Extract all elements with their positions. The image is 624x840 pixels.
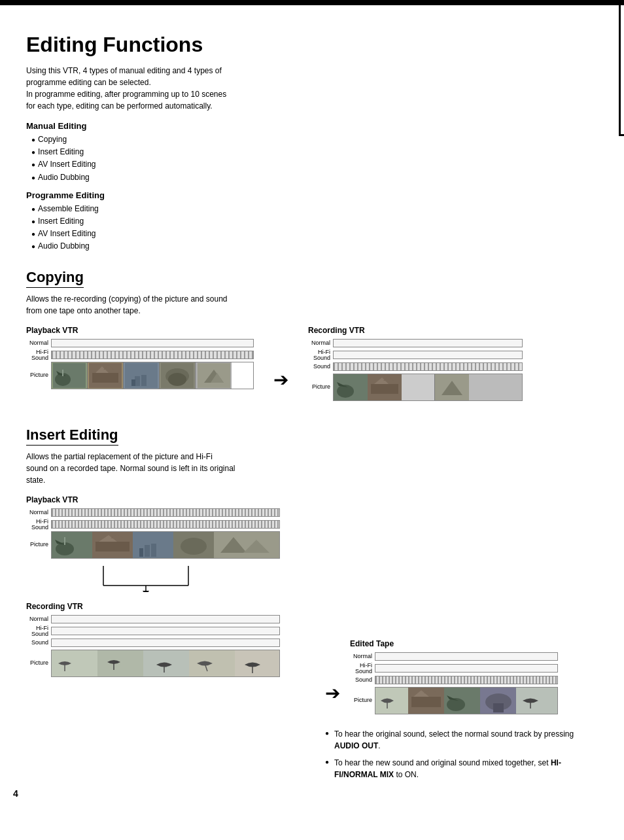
track-row-sound: Sound [26, 637, 299, 649]
track-row-normal: Normal [26, 614, 299, 625]
list-item: Insert Editing [31, 215, 598, 228]
playback-vtr-insert-label: Playback VTR [26, 495, 299, 504]
edited-tape: Edited Tape Normal Hi-FiSound [350, 639, 558, 715]
note-2: To hear the new sound and original sound… [325, 757, 598, 780]
track-bar [333, 351, 523, 359]
list-item: Insert Editing [31, 146, 598, 158]
track-label: Picture [26, 660, 51, 667]
track-label: Sound [350, 677, 375, 684]
list-item: Assemble Editing [31, 203, 598, 215]
track-label: Sound [26, 640, 51, 646]
pic-cell [408, 688, 444, 714]
picture-track [333, 374, 523, 401]
track-label: Picture [350, 697, 375, 704]
edited-tape-label: Edited Tape [350, 639, 558, 648]
track-label: Picture [308, 384, 333, 391]
track-container: Normal Hi-FiSound Sound [350, 651, 558, 715]
insert-left-col: Playback VTR Normal Hi-FiSound Picture [26, 495, 299, 678]
pic-svg [435, 374, 469, 400]
main-title: Editing Functions [26, 33, 598, 57]
programme-editing-section: Programme Editing Assemble Editing Inser… [26, 190, 598, 253]
playback-vtr-insert: Playback VTR Normal Hi-FiSound Picture [26, 495, 299, 559]
pic-cell [97, 650, 143, 676]
track-label: Normal [26, 616, 51, 623]
track-container: Normal Hi-FiSound Sound Picture [308, 338, 523, 402]
track-row-normal: Normal [350, 651, 558, 663]
insert-editing-title: Insert Editing [26, 427, 118, 446]
recording-vtr-insert: Recording VTR Normal Hi-FiSound Sound [26, 602, 299, 678]
track-label: Picture [26, 372, 51, 379]
pic-svg [480, 688, 516, 714]
pic-svg [334, 374, 368, 400]
track-row-picture: Picture [26, 531, 299, 559]
sound-track [333, 362, 523, 371]
svg-rect-70 [493, 703, 504, 712]
picture-track [51, 362, 254, 389]
pic-cell [189, 650, 235, 676]
track-label: Hi-FiSound [308, 349, 333, 361]
svg-rect-9 [135, 376, 140, 386]
pic-cell [334, 374, 368, 400]
track-bar [51, 508, 280, 517]
pic-cell [52, 362, 88, 389]
note-1: To hear the original sound, select the n… [325, 728, 598, 752]
track-container: Normal Hi-FiSound Picture [26, 338, 254, 390]
pic-svg [53, 363, 86, 388]
track-row-hifi: Hi-FiSound [308, 349, 523, 361]
pic-svg [408, 688, 444, 714]
svg-rect-11 [131, 379, 135, 386]
track-row-hifi: Hi-FiSound [26, 519, 299, 531]
track-label: Normal [308, 340, 333, 347]
svg-rect-10 [141, 375, 147, 386]
track-bar [375, 652, 558, 661]
pic-svg [368, 374, 402, 400]
pic-cell [444, 688, 480, 714]
track-row-sound: Sound [350, 674, 558, 686]
list-item: Copying [31, 133, 598, 146]
pic-svg [173, 532, 214, 558]
svg-rect-32 [95, 542, 130, 551]
list-item: AV Insert Editing [31, 158, 598, 171]
track-label: Picture [26, 542, 51, 548]
picture-track [51, 650, 280, 677]
pic-cell [173, 532, 214, 558]
recording-vtr-label: Recording VTR [308, 326, 523, 335]
pic-svg [198, 363, 230, 388]
track-bar [51, 339, 254, 347]
track-row-picture: Picture [308, 373, 523, 402]
pic-cell [196, 362, 232, 389]
sound-track [375, 676, 558, 684]
pic-svg [161, 363, 194, 388]
pic-svg [97, 650, 143, 676]
track-container: Normal Hi-FiSound Sound Picture [26, 614, 299, 678]
svg-point-40 [181, 538, 207, 555]
track-label: Normal [26, 340, 51, 347]
copying-tape-row: Playback VTR Normal Hi-FiSound Picture [26, 326, 598, 402]
track-bar [375, 664, 558, 673]
pic-svg [52, 532, 92, 558]
track-label: Normal [26, 510, 51, 516]
list-item: Audio Dubbing [31, 171, 598, 184]
track-label: Hi-FiSound [26, 625, 51, 637]
recording-vtr-copy: Recording VTR Normal Hi-FiSound Sound [308, 326, 523, 402]
picture-track [375, 687, 558, 714]
pic-cell [235, 650, 280, 676]
track-row-hifi: Hi-FiSound [26, 349, 254, 361]
pic-cell [402, 374, 435, 400]
pic-cell [516, 688, 558, 714]
pic-cell [143, 650, 189, 676]
svg-rect-5 [92, 373, 118, 383]
pic-cell [375, 688, 408, 714]
track-row-picture: Picture [350, 686, 558, 715]
sound-track [51, 351, 254, 359]
pic-svg [444, 688, 480, 714]
hifi-mix-bold: HI-FI/NORMAL MIX [334, 758, 561, 779]
pic-svg [133, 532, 173, 558]
pic-cell [480, 688, 516, 714]
manual-editing-heading: Manual Editing [26, 121, 598, 131]
track-row-hifi: Hi-FiSound [350, 663, 558, 674]
track-bar [51, 615, 280, 623]
pic-svg [143, 650, 189, 676]
page-container: Editing Functions Using this VTR, 4 type… [0, 0, 624, 812]
programme-editing-list: Assemble Editing Insert Editing AV Inser… [31, 203, 598, 253]
